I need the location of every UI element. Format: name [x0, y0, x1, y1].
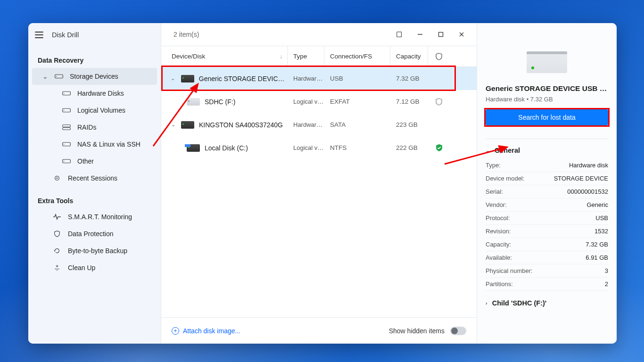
app-window: Disk Drill Data Recovery ⌄ Storage Devic… — [28, 23, 617, 344]
sidebar: Disk Drill Data Recovery ⌄ Storage Devic… — [28, 23, 161, 344]
sidebar-item-raids[interactable]: RAIDs — [32, 119, 157, 136]
windows-disk-icon — [187, 144, 200, 152]
device-connection: USB — [324, 75, 390, 82]
sidebar-item-logical-volumes[interactable]: Logical Volumes — [32, 102, 157, 119]
attach-disk-image-link[interactable]: + Attach disk image... — [172, 327, 240, 335]
sidebar-item-clean-up[interactable]: Clean Up — [32, 259, 157, 276]
shield-outline-icon — [428, 98, 450, 106]
device-connection: NTFS — [324, 144, 390, 151]
device-type: Hardware… — [288, 75, 324, 82]
sidebar-item-data-protection[interactable]: Data Protection — [32, 225, 157, 242]
shield-icon — [53, 230, 61, 237]
sidebar-item-label: RAIDs — [77, 123, 96, 131]
svg-point-11 — [64, 161, 65, 162]
device-capacity: 222 GB — [390, 144, 428, 151]
heartbeat-icon — [53, 214, 61, 220]
prop-row: Protocol:USB — [486, 212, 608, 225]
details-panel: Generic STORAGE DEVICE USB De… Hardware … — [477, 23, 617, 344]
device-capacity: 223 GB — [390, 121, 428, 128]
disk-icon — [62, 107, 71, 114]
sidebar-item-hardware-disks[interactable]: Hardware Disks — [32, 85, 157, 102]
chevron-down-icon[interactable]: ⌄ — [170, 122, 176, 128]
device-name: Generic STORAGE DEVICE… — [199, 75, 288, 82]
disk-icon — [181, 75, 194, 82]
svg-point-9 — [64, 144, 65, 145]
table-row[interactable]: ⌄ KINGSTON SA400S37240G Hardware… SATA 2… — [161, 113, 477, 136]
maximize-button[interactable] — [431, 27, 450, 42]
prop-row: Revision:1532 — [486, 225, 608, 238]
titlebar: Disk Drill — [28, 23, 161, 46]
show-hidden-label: Show hidden items — [389, 327, 445, 335]
device-illustration — [527, 51, 567, 73]
svg-rect-6 — [63, 125, 71, 127]
svg-point-5 — [64, 110, 65, 111]
main-header: 2 item(s) — [161, 23, 477, 46]
help-icon[interactable] — [390, 27, 409, 42]
shield-icon — [436, 53, 442, 60]
table-row[interactable]: ⌄ Generic STORAGE DEVICE… Hardware… USB … — [161, 67, 477, 90]
col-connection[interactable]: Connection/FS — [324, 46, 390, 66]
prop-row: Serial:000000001532 — [486, 185, 608, 198]
col-protection[interactable] — [428, 53, 450, 60]
minimize-button[interactable] — [411, 27, 429, 42]
sidebar-item-nas-linux[interactable]: NAS & Linux via SSH — [32, 136, 157, 153]
sidebar-item-storage-devices[interactable]: ⌄ Storage Devices — [32, 68, 157, 85]
shield-check-icon — [428, 144, 450, 152]
svg-point-1 — [56, 76, 57, 77]
show-hidden-toggle[interactable] — [450, 327, 466, 335]
sidebar-item-label: Hardware Disks — [77, 90, 124, 97]
sidebar-item-label: Recent Sessions — [68, 174, 117, 182]
sidebar-item-smart[interactable]: S.M.A.R.T. Monitoring — [32, 208, 157, 225]
svg-rect-15 — [439, 33, 443, 37]
svg-rect-7 — [63, 128, 71, 130]
sidebar-item-byte-backup[interactable]: Byte-to-byte Backup — [32, 242, 157, 259]
main-panel: 2 item(s) Device/Disk ↓ Type Connection/… — [161, 23, 477, 344]
menu-icon[interactable] — [35, 32, 43, 38]
disk-icon — [55, 73, 63, 80]
table-header: Device/Disk ↓ Type Connection/FS Capacit… — [161, 46, 477, 67]
general-accordion[interactable]: ⌄ General — [486, 147, 608, 154]
device-name: SDHC (F:) — [205, 98, 235, 106]
prop-row: Type:Hardware disk — [486, 159, 608, 172]
sidebar-item-label: Data Protection — [68, 230, 114, 238]
main-footer: + Attach disk image... Show hidden items — [161, 317, 477, 344]
chevron-right-icon: › — [486, 300, 487, 306]
details-title: Generic STORAGE DEVICE USB De… — [486, 84, 608, 93]
sidebar-item-other[interactable]: Other — [32, 153, 157, 170]
close-button[interactable] — [452, 27, 471, 42]
svg-point-3 — [64, 93, 65, 94]
disk-icon — [62, 141, 71, 148]
table-row[interactable]: Local Disk (C:) Logical vol… NTFS 222 GB — [161, 136, 477, 159]
device-type: Logical vol… — [288, 144, 324, 151]
sidebar-item-label: Byte-to-byte Backup — [68, 247, 127, 255]
gear-icon — [53, 175, 61, 181]
section-extra-tools: Extra Tools — [28, 187, 161, 208]
properties-table: Type:Hardware disk Device model:STORAGE … — [486, 159, 608, 291]
chevron-down-icon[interactable]: ⌄ — [170, 75, 176, 82]
table-row[interactable]: SDHC (F:) Logical vol… EXFAT 7.12 GB — [161, 90, 477, 113]
device-type: Hardware… — [288, 121, 324, 128]
prop-row: Vendor:Generic — [486, 198, 608, 212]
child-accordion[interactable]: › Child 'SDHC (F:)' — [486, 299, 608, 307]
device-rows: ⌄ Generic STORAGE DEVICE… Hardware… USB … — [161, 67, 477, 159]
device-name: KINGSTON SA400S37240G — [199, 121, 283, 129]
svg-point-13 — [57, 178, 58, 179]
details-subtitle: Hardware disk • 7.32 GB — [486, 96, 608, 103]
prop-row: Capacity:7.32 GB — [486, 238, 608, 251]
plus-circle-icon: + — [172, 327, 179, 335]
col-type[interactable]: Type — [288, 46, 324, 66]
disk-icon — [62, 158, 71, 165]
col-capacity[interactable]: Capacity — [390, 46, 428, 66]
disk-icon — [181, 121, 194, 129]
search-for-lost-data-button[interactable]: Search for lost data — [486, 109, 608, 125]
item-count: 2 item(s) — [173, 31, 199, 38]
sidebar-item-label: Clean Up — [68, 264, 95, 272]
sidebar-item-label: Other — [77, 157, 94, 165]
sidebar-item-label: Storage Devices — [70, 73, 118, 80]
prop-row: Available:6.91 GB — [486, 251, 608, 264]
disk-stack-icon — [62, 124, 71, 131]
col-device[interactable]: Device/Disk ↓ — [161, 46, 288, 66]
show-hidden-items: Show hidden items — [389, 327, 466, 335]
sort-arrow-icon: ↓ — [280, 53, 282, 60]
sidebar-item-recent-sessions[interactable]: Recent Sessions — [32, 170, 157, 187]
